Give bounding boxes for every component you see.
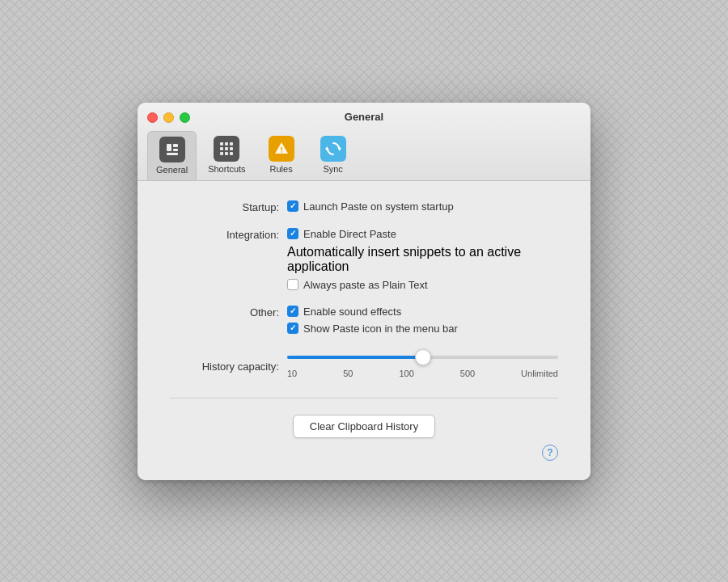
other-label: Other: [170,306,287,318]
minimize-button[interactable] [163,112,174,123]
menu-bar-checkbox[interactable] [287,323,298,334]
startup-label: Startup: [170,200,287,213]
menu-bar-label: Show Paste icon in the menu bar [303,323,458,335]
other-content: Enable sound effects Show Paste icon in … [287,306,558,335]
tab-rules-label: Rules [270,164,293,174]
main-window: General General [138,103,590,480]
titlebar: General General [138,103,590,181]
integration-row: Integration: Enable Direct Paste Automat… [170,228,558,291]
slider-track [287,349,558,365]
integration-hint: Automatically insert snippets to an acti… [287,245,558,274]
integration-label: Integration: [170,228,287,241]
slider-thumb[interactable] [415,349,431,365]
maximize-button[interactable] [180,112,190,123]
clear-clipboard-button[interactable]: Clear Clipboard History [293,415,435,438]
tab-shortcuts[interactable]: Shortcuts [200,131,253,180]
other-row: Other: Enable sound effects Show Paste i… [170,306,558,335]
tab-sync-label: Sync [323,164,342,174]
plain-text-label: Always paste as Plain Text [303,279,428,291]
tab-general-label: General [156,165,188,175]
sound-effects-row: Enable sound effects [287,306,558,318]
svg-rect-1 [173,144,178,147]
svg-rect-0 [167,144,171,151]
tick-500: 500 [460,369,475,378]
close-button[interactable] [147,112,158,123]
launch-paste-row: Launch Paste on system startup [287,200,558,213]
general-icon [159,137,185,162]
direct-paste-row: Enable Direct Paste [287,228,558,240]
slider-background [287,356,558,359]
svg-rect-12 [230,152,233,155]
svg-rect-4 [220,142,223,146]
help-row: ? [170,445,558,461]
svg-point-15 [281,151,282,153]
divider [170,398,558,399]
direct-paste-checkbox[interactable] [287,228,298,239]
slider-container: 10 50 100 500 Unlimited [287,349,558,378]
svg-marker-17 [325,146,328,151]
shortcuts-icon [214,136,239,162]
help-button[interactable]: ? [542,445,558,461]
svg-rect-7 [220,147,223,150]
sound-effects-checkbox[interactable] [287,306,298,317]
slider-labels: 10 50 100 500 Unlimited [287,369,558,378]
tick-100: 100 [399,369,413,378]
tick-10: 10 [287,369,297,378]
toolbar: General Shortc [147,131,358,180]
svg-marker-16 [339,146,341,151]
svg-rect-8 [225,147,228,150]
rules-icon [269,136,294,162]
tick-50: 50 [343,369,353,378]
history-section: History capacity: 10 50 100 500 Unlimite… [170,349,558,378]
launch-paste-checkbox[interactable] [287,200,298,212]
svg-rect-5 [225,142,228,146]
svg-rect-9 [230,147,233,150]
tab-sync[interactable]: Sync [309,131,358,180]
svg-rect-6 [230,142,233,146]
content-area: Startup: Launch Paste on system startup … [138,181,590,480]
traffic-lights [147,112,190,123]
window-title: General [345,111,383,123]
history-label: History capacity: [170,349,287,373]
tab-rules[interactable]: Rules [257,131,306,180]
integration-content: Enable Direct Paste Automatically insert… [287,228,558,291]
svg-rect-3 [167,153,178,155]
slider-fill [287,356,423,359]
startup-row: Startup: Launch Paste on system startup [170,200,558,213]
startup-content: Launch Paste on system startup [287,200,558,213]
sound-effects-label: Enable sound effects [303,306,401,318]
plain-text-checkbox[interactable] [287,279,298,290]
clear-btn-row: Clear Clipboard History [170,415,558,438]
sync-icon [320,136,346,162]
plain-text-row: Always paste as Plain Text [287,279,558,291]
svg-rect-10 [220,152,223,155]
tick-unlimited: Unlimited [521,369,558,378]
menu-bar-row: Show Paste icon in the menu bar [287,323,558,335]
tab-shortcuts-label: Shortcuts [208,164,245,174]
launch-paste-label: Launch Paste on system startup [303,200,454,213]
direct-paste-label: Enable Direct Paste [303,228,396,240]
tab-general[interactable]: General [147,131,197,180]
svg-rect-11 [225,152,228,155]
svg-rect-2 [173,149,178,151]
